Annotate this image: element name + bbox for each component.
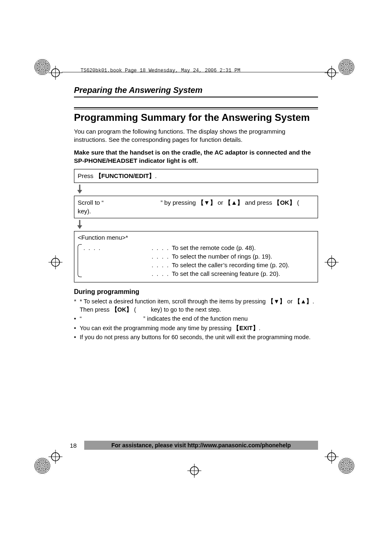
note-text: . (259, 325, 261, 331)
menu-desc: To select the number of rings (p. 19). (172, 253, 272, 260)
exit-key: EXIT (239, 325, 252, 331)
step1-pre: Press (78, 172, 95, 179)
step2-andpress: and press (243, 199, 274, 206)
h1-rule-thin (74, 109, 318, 109)
note-text: “ (80, 315, 82, 322)
separator-dots: . . . . (152, 244, 169, 251)
menu-leader-dots (83, 261, 149, 268)
step2-mid: ” by pressing (161, 199, 198, 206)
page-stamp: TS620bk01.book Page 18 Wednesday, May 24… (81, 68, 240, 74)
registration-mark-icon (325, 450, 339, 464)
section-title-rule (74, 97, 318, 97)
note-text: * To select a desired function item, scr… (80, 298, 267, 305)
subheading: During programming (74, 288, 318, 296)
menu-leader-dots (83, 253, 149, 260)
menu-leader-dots: . . . . (83, 244, 149, 251)
svg-marker-22 (77, 190, 82, 194)
arrow-down-icon (76, 185, 318, 194)
menu-row: . . . . To select the number of rings (p… (83, 252, 314, 261)
step2-keyword: key). (78, 208, 91, 215)
curly-bracket-icon (78, 244, 82, 277)
assistance-bar: For assistance, please visit http://www.… (84, 441, 318, 450)
step2-or: or (216, 199, 225, 206)
note-item: • “” indicates the end of the function m… (74, 314, 318, 323)
svg-marker-24 (77, 225, 82, 229)
arrow-down-icon (76, 220, 318, 229)
registration-mark-icon (187, 464, 201, 478)
registration-mark-icon (48, 66, 62, 80)
note-text: ( (132, 306, 136, 313)
registration-mark-icon (325, 66, 339, 80)
separator-dots: . . . . (152, 253, 169, 260)
menu-row: . . . . . . . . To set the remote code (… (83, 243, 314, 252)
registration-mark-icon (48, 450, 62, 464)
note-text: If you do not press any buttons for 60 s… (80, 334, 311, 340)
page-footer: 18 For assistance, please visit http://w… (70, 441, 318, 450)
menu-desc: To set the call screening feature (p. 20… (172, 270, 280, 277)
menu-row: . . . . To select the caller’s recording… (83, 261, 314, 269)
menu-desc: To select the caller’s recording time (p… (172, 261, 289, 268)
note-item: • If you do not press any buttons for 60… (74, 333, 318, 341)
registration-mark-icon (48, 255, 62, 269)
crop-ornament (338, 58, 355, 76)
page-heading: Programming Summary for the Answering Sy… (74, 112, 318, 123)
up-key-icon: ▲ (300, 298, 306, 305)
step-box-1: Press 【FUNCTION/EDIT】. (74, 169, 318, 183)
page-number: 18 (70, 442, 77, 449)
crop-ornament (338, 457, 355, 474)
section-title: Preparing the Answering System (74, 86, 318, 95)
note-text: You can exit the programming mode any ti… (80, 325, 233, 331)
note-text: ” indicates the end of the function menu (143, 315, 248, 322)
intro-paragraph: You can program the following functions.… (74, 127, 318, 144)
separator-dots: . . . . (152, 270, 169, 277)
note-item: * * To select a desired function item, s… (74, 297, 318, 314)
up-key-icon: ▲ (231, 199, 237, 206)
separator-dots: . . . . (152, 261, 169, 268)
function-menu-box: <Function menu>* . . . . . . . . To set … (74, 231, 318, 282)
h1-rule (74, 107, 318, 108)
menu-desc: To set the remote code (p. 48). (172, 244, 256, 251)
down-key-icon: ▼ (204, 199, 210, 206)
step1-post: . (155, 172, 157, 179)
page-content: Preparing the Answering System Programmi… (74, 86, 318, 342)
ok-key: OK (280, 199, 289, 206)
step-box-2: Scroll to “ ” by pressing 【▼】 or 【▲】 and… (74, 196, 318, 218)
asterisk-bullet: * (74, 297, 76, 305)
function-edit-key: FUNCTION/EDIT (101, 172, 149, 179)
ok-key: OK (118, 306, 127, 313)
step2-paren-open: ( (295, 199, 299, 206)
menu-bracket: . . . . . . . . To set the remote code (… (78, 243, 314, 278)
note-item: • You can exit the programming mode any … (74, 324, 318, 332)
note-or: or (286, 298, 294, 305)
menu-leader-dots (83, 270, 149, 277)
menu-header: <Function menu>* (78, 234, 314, 241)
step2-pre: Scroll to “ (78, 199, 104, 206)
notes-list: * * To select a desired function item, s… (74, 297, 318, 341)
menu-row: . . . . To set the call screening featur… (83, 269, 314, 278)
down-key-icon: ▼ (274, 298, 279, 305)
bullet-icon: • (74, 314, 76, 323)
warning-paragraph: Make sure that the handset is on the cra… (74, 148, 318, 165)
bullet-icon: • (74, 324, 76, 332)
registration-mark-icon (325, 255, 339, 269)
bullet-icon: • (74, 333, 76, 341)
note-text: key) to go to the next step. (149, 306, 221, 313)
